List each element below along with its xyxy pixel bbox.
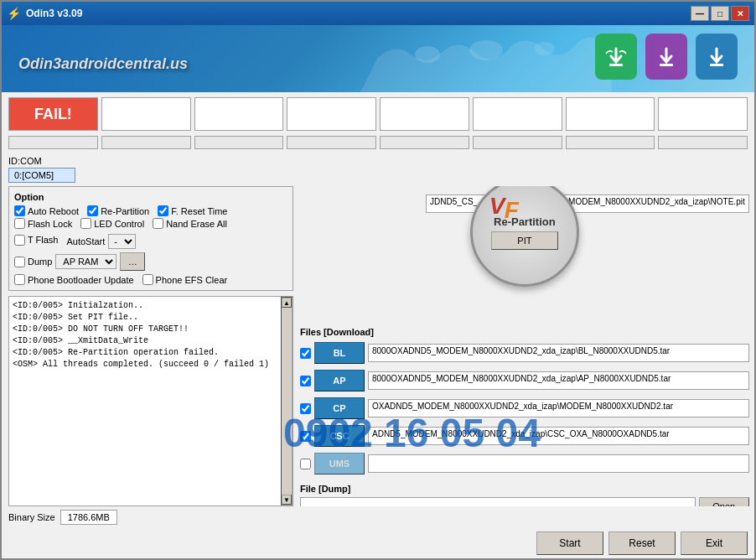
status-cell-6 (473, 97, 562, 131)
t-flash-input[interactable] (14, 235, 25, 246)
close-button[interactable]: ✕ (731, 6, 749, 21)
progress-cell-2 (101, 136, 191, 149)
title-bar: ⚡ Odin3 v3.09 — □ ✕ (2, 2, 754, 25)
download-icon-purple (645, 34, 687, 80)
scroll-up-button[interactable]: ▲ (282, 298, 292, 308)
reset-button[interactable]: Reset (608, 531, 676, 555)
window-title: Odin3 v3.09 (26, 8, 82, 19)
download-icon-green (595, 34, 637, 80)
open-button[interactable]: Open (699, 497, 749, 506)
ap-button[interactable]: AP (314, 370, 365, 391)
f-reset-time-input[interactable] (158, 205, 168, 216)
status-area: FAIL! (2, 92, 754, 136)
re-partition-checkbox[interactable]: Re-Partition (87, 205, 149, 216)
progress-cell-1 (8, 136, 98, 149)
autostart-select[interactable]: - 1 2 3 (108, 234, 136, 249)
header-banner: Odin3androidcentral.us (2, 25, 754, 92)
status-cell-7 (566, 97, 655, 131)
com-area: ID:COM 0:[COM5] (2, 153, 754, 186)
minimize-button[interactable]: — (691, 6, 709, 21)
message-line-5: <ID:0/005> Re-Partition operation failed… (13, 347, 277, 359)
world-map-decoration (360, 25, 612, 92)
start-button[interactable]: Start (536, 531, 603, 555)
dump-label-text: Dump (28, 257, 52, 267)
flash-lock-label: Flash Lock (28, 219, 72, 229)
banner-icons (595, 34, 738, 80)
message-line-1: <ID:0/005> Initialzation.. (13, 300, 277, 312)
logo-v: V (489, 193, 505, 219)
t-flash-checkbox[interactable]: T Flash (14, 235, 58, 246)
main-content: Option Auto Reboot Re-Partition F. Reset… (2, 186, 754, 506)
message-line-4: <ID:0/005> __XmitData_Write (13, 335, 277, 347)
files-download-header: Files [Download] (300, 325, 749, 339)
nand-erase-input[interactable] (153, 218, 163, 229)
svg-point-1 (469, 40, 503, 60)
dump-path-row: Open (300, 497, 749, 506)
phone-update-row: Phone Bootloader Update Phone EFS Clear (14, 274, 287, 285)
dump-row: Dump AP RAM CP RAM MODEM … (14, 252, 287, 271)
logo-odin: Odin3 (18, 55, 61, 72)
pit-button[interactable]: PIT (491, 231, 558, 250)
progress-cell-6 (473, 136, 562, 149)
message-scrollbar[interactable]: ▲ ▼ (281, 297, 293, 506)
banner-logo: Odin3androidcentral.us (18, 41, 188, 76)
message-content: <ID:0/005> Initialzation.. <ID:0/005> Se… (9, 297, 281, 506)
dump-input[interactable] (14, 257, 25, 267)
phone-bootloader-input[interactable] (14, 274, 25, 285)
nand-erase-checkbox[interactable]: Nand Erase All (153, 218, 227, 229)
bl-button[interactable]: BL (314, 342, 365, 364)
status-cell-2 (101, 97, 191, 131)
phone-efs-label: Phone EFS Clear (156, 275, 228, 285)
fail-text: FAIL! (34, 106, 72, 123)
flash-lock-checkbox[interactable]: Flash Lock (14, 218, 72, 229)
bl-row: BL 8000OXADND5_MODEM_N8000XXUDND2_xda_iz… (300, 342, 749, 364)
progress-cell-5 (380, 136, 469, 149)
f-reset-time-checkbox[interactable]: F. Reset Time (158, 205, 227, 216)
svg-point-0 (415, 46, 440, 63)
message-box: <ID:0/005> Initialzation.. <ID:0/005> Se… (8, 296, 293, 506)
bottom-buttons: Start Reset Exit (2, 528, 754, 558)
dump-button[interactable]: … (120, 252, 145, 271)
rp-logo: V F (489, 193, 505, 220)
led-control-checkbox[interactable]: LED Control (80, 218, 144, 229)
binary-row: Binary Size 1786.6MB (2, 506, 754, 528)
progress-bar-area (2, 136, 754, 153)
re-partition-input[interactable] (87, 205, 98, 216)
phone-bootloader-checkbox[interactable]: Phone Bootloader Update (14, 274, 134, 285)
ums-checkbox[interactable] (300, 459, 311, 469)
led-control-input[interactable] (80, 218, 91, 229)
led-control-label: LED Control (94, 219, 144, 229)
options-label: Option (14, 192, 287, 202)
download-icon-blue (696, 34, 738, 80)
status-cell-fail: FAIL! (8, 97, 98, 131)
app-icon: ⚡ (7, 7, 21, 20)
com-label: ID:COM (8, 156, 748, 166)
com-dropdown[interactable]: 0:[COM5] (8, 168, 75, 183)
logo-subtitle: androidcentral.us (61, 55, 188, 72)
message-line-6: <OSM> All threads completed. (succeed 0 … (13, 359, 277, 371)
re-partition-label: Re-Partition (101, 206, 149, 216)
phone-efs-checkbox[interactable]: Phone EFS Clear (142, 274, 228, 285)
status-cell-8 (658, 97, 748, 131)
exit-button[interactable]: Exit (681, 531, 748, 555)
scroll-down-button[interactable]: ▼ (282, 495, 292, 505)
dump-select[interactable]: AP RAM CP RAM MODEM (55, 254, 117, 269)
auto-reboot-checkbox[interactable]: Auto Reboot (14, 205, 79, 216)
phone-efs-input[interactable] (142, 274, 153, 285)
ap-checkbox[interactable] (300, 376, 311, 386)
auto-reboot-input[interactable] (14, 205, 25, 216)
progress-cell-8 (658, 136, 748, 149)
maximize-button[interactable]: □ (711, 6, 729, 21)
progress-cell-7 (566, 136, 655, 149)
message-line-3: <ID:0/005> DO NOT TURN OFF TARGET!! (13, 324, 277, 335)
status-cell-5 (380, 97, 469, 131)
dump-file-label: File [Dump] (300, 484, 351, 494)
bl-path: 8000OXADND5_MODEM_N8000XXUDND2_xda_izap\… (368, 344, 749, 362)
flash-lock-input[interactable] (14, 218, 25, 229)
bl-checkbox[interactable] (300, 348, 311, 359)
f-reset-time-label: F. Reset Time (171, 206, 227, 216)
dump-file-row: File [Dump] (300, 484, 749, 494)
logo-f: F (505, 197, 519, 224)
dump-checkbox[interactable]: Dump (14, 257, 52, 267)
svg-point-2 (535, 42, 555, 55)
